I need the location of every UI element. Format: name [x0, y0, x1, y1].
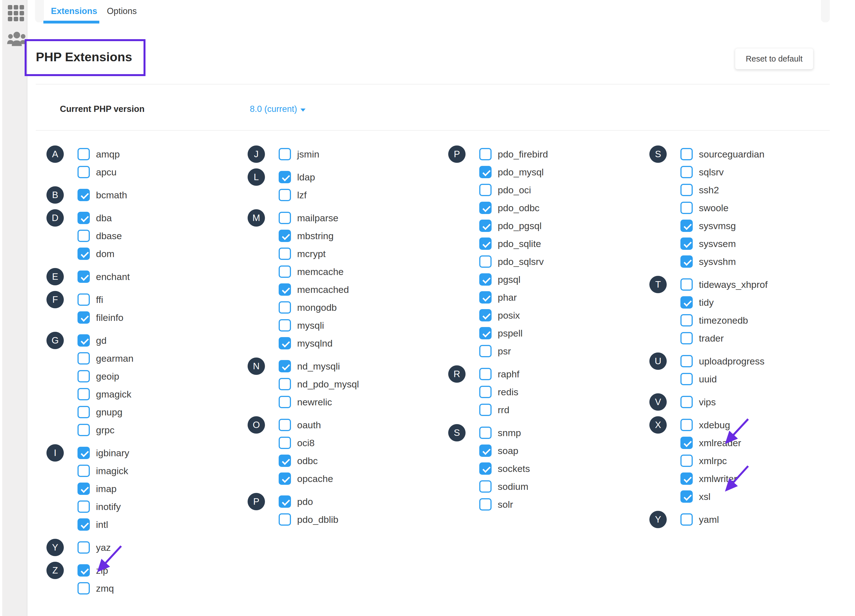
- checkbox-xmlreader[interactable]: [680, 437, 693, 449]
- extension-row-raphf: raphf: [479, 365, 519, 383]
- checkbox-rrd[interactable]: [479, 404, 492, 416]
- checkbox-redis[interactable]: [479, 386, 492, 398]
- checkbox-nd_pdo_mysql[interactable]: [279, 378, 291, 390]
- checkbox-apcu[interactable]: [78, 166, 90, 178]
- checkbox-nd_mysqli[interactable]: [279, 360, 291, 372]
- checkbox-memcached[interactable]: [279, 283, 291, 296]
- checkbox-oci8[interactable]: [279, 437, 291, 449]
- checkbox-sysvshm[interactable]: [680, 255, 693, 268]
- checkbox-tidy[interactable]: [680, 296, 693, 308]
- checkbox-ldap[interactable]: [279, 171, 291, 183]
- checkbox-sysvsem[interactable]: [680, 238, 693, 250]
- checkbox-memcache[interactable]: [279, 265, 291, 278]
- checkbox-pdo_mysql[interactable]: [479, 166, 492, 178]
- checkbox-mailparse[interactable]: [279, 212, 291, 224]
- extension-row-pdo_pgsql: pdo_pgsql: [479, 217, 548, 235]
- checkbox-amqp[interactable]: [78, 148, 90, 160]
- checkbox-timezonedb[interactable]: [680, 314, 693, 326]
- checkbox-opcache[interactable]: [279, 472, 291, 485]
- checkbox-fileinfo[interactable]: [78, 311, 90, 324]
- extension-row-phar: phar: [479, 288, 548, 306]
- checkbox-phar[interactable]: [479, 291, 492, 303]
- checkbox-mysqli[interactable]: [279, 319, 291, 331]
- checkbox-dom[interactable]: [78, 248, 90, 260]
- tab-options[interactable]: Options: [107, 6, 137, 16]
- checkbox-xdebug[interactable]: [680, 419, 693, 431]
- checkbox-gmagick[interactable]: [78, 388, 90, 400]
- checkbox-dba[interactable]: [78, 212, 90, 224]
- extension-row-newrelic: newrelic: [279, 393, 359, 411]
- checkbox-mysqlnd[interactable]: [279, 337, 291, 349]
- checkbox-sqlsrv[interactable]: [680, 166, 693, 178]
- checkbox-gearman[interactable]: [78, 352, 90, 365]
- checkbox-pdo_odbc[interactable]: [479, 202, 492, 214]
- checkbox-bcmath[interactable]: [78, 189, 90, 201]
- letter-badge-G: G: [46, 332, 64, 349]
- tab-extensions[interactable]: Extensions: [51, 6, 97, 16]
- checkbox-sourceguardian[interactable]: [680, 148, 693, 160]
- checkbox-pdo_sqlite[interactable]: [479, 238, 492, 250]
- extension-row-mbstring: mbstring: [279, 227, 349, 245]
- checkbox-soap[interactable]: [479, 444, 492, 457]
- extension-label-dbase: dbase: [96, 230, 122, 241]
- checkbox-pdo[interactable]: [279, 495, 291, 508]
- checkbox-lzf[interactable]: [279, 189, 291, 201]
- checkbox-pdo_sqlsrv[interactable]: [479, 255, 492, 268]
- checkbox-raphf[interactable]: [479, 368, 492, 380]
- checkbox-sodium[interactable]: [479, 480, 492, 493]
- checkbox-pdo_dblib[interactable]: [279, 513, 291, 526]
- checkbox-gnupg[interactable]: [78, 406, 90, 418]
- checkbox-zmq[interactable]: [78, 582, 90, 595]
- checkbox-ffi[interactable]: [78, 293, 90, 306]
- checkbox-oauth[interactable]: [279, 419, 291, 431]
- checkbox-inotify[interactable]: [78, 501, 90, 513]
- apps-grid-icon[interactable]: [8, 5, 24, 21]
- checkbox-imap[interactable]: [78, 483, 90, 495]
- checkbox-psr[interactable]: [479, 345, 492, 357]
- checkbox-snmp[interactable]: [479, 427, 492, 439]
- checkbox-xmlwriter[interactable]: [680, 472, 693, 485]
- checkbox-pdo_oci[interactable]: [479, 184, 492, 196]
- checkbox-uuid[interactable]: [680, 373, 693, 385]
- checkbox-pspell[interactable]: [479, 327, 492, 339]
- checkbox-geoip[interactable]: [78, 370, 90, 382]
- checkbox-posix[interactable]: [479, 309, 492, 322]
- checkbox-pdo_pgsql[interactable]: [479, 220, 492, 232]
- checkbox-enchant[interactable]: [78, 271, 90, 283]
- checkbox-xsl[interactable]: [680, 490, 693, 503]
- checkbox-mbstring[interactable]: [279, 230, 291, 242]
- checkbox-sockets[interactable]: [479, 463, 492, 475]
- checkbox-grpc[interactable]: [78, 424, 90, 436]
- php-version-dropdown[interactable]: 8.0 (current): [250, 104, 305, 114]
- reset-to-default-button[interactable]: Reset to default: [735, 48, 813, 69]
- checkbox-zip[interactable]: [78, 564, 90, 576]
- checkbox-newrelic[interactable]: [279, 396, 291, 408]
- checkbox-jsmin[interactable]: [279, 148, 291, 160]
- extensions-column-1: AamqpapcuBbcmathDdbadbasedomEenchantFffi…: [46, 145, 133, 602]
- checkbox-yaz[interactable]: [78, 541, 90, 554]
- checkbox-vips[interactable]: [680, 396, 693, 408]
- checkbox-uploadprogress[interactable]: [680, 355, 693, 367]
- checkbox-odbc[interactable]: [279, 455, 291, 467]
- checkbox-mcrypt[interactable]: [279, 248, 291, 260]
- checkbox-xmlrpc[interactable]: [680, 455, 693, 467]
- checkbox-gd[interactable]: [78, 334, 90, 346]
- checkbox-sysvmsg[interactable]: [680, 220, 693, 232]
- users-group-icon[interactable]: [6, 31, 28, 49]
- checkbox-dbase[interactable]: [78, 230, 90, 242]
- checkbox-mongodb[interactable]: [279, 301, 291, 314]
- checkbox-ssh2[interactable]: [680, 184, 693, 196]
- checkbox-swoole[interactable]: [680, 202, 693, 214]
- checkbox-pdo_firebird[interactable]: [479, 148, 492, 160]
- checkbox-imagick[interactable]: [78, 465, 90, 477]
- checkbox-yaml[interactable]: [680, 513, 693, 526]
- extension-label-pdo_sqlite: pdo_sqlite: [498, 238, 541, 249]
- extensions-column-4: Ssourceguardiansqlsrvssh2swoolesysvmsgsy…: [650, 145, 768, 533]
- scrollbar-thumb[interactable]: [821, 0, 830, 22]
- checkbox-igbinary[interactable]: [78, 447, 90, 459]
- checkbox-solr[interactable]: [479, 498, 492, 510]
- checkbox-tideways_xhprof[interactable]: [680, 278, 693, 291]
- checkbox-trader[interactable]: [680, 332, 693, 344]
- checkbox-pgsql[interactable]: [479, 273, 492, 286]
- checkbox-intl[interactable]: [78, 518, 90, 531]
